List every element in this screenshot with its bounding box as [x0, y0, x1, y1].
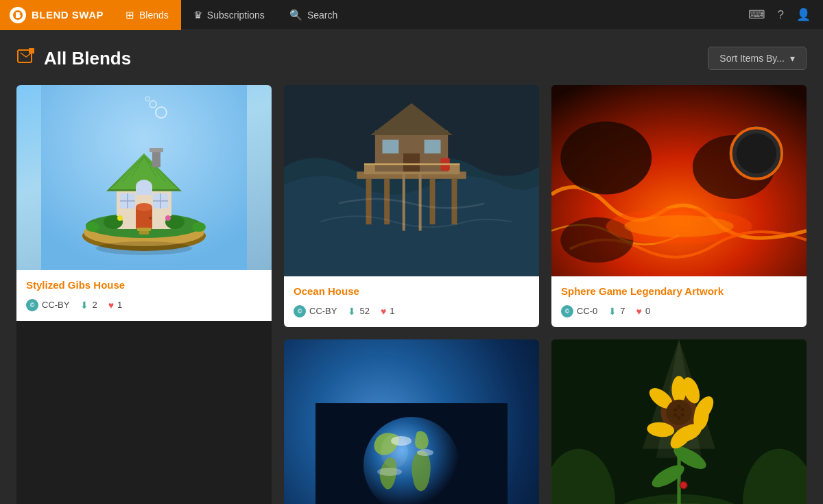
- svg-rect-40: [139, 231, 149, 235]
- card-image-earth: [284, 339, 539, 505]
- svg-rect-48: [419, 167, 422, 231]
- nav-subscriptions-label: Subscriptions: [207, 10, 265, 21]
- card-title-house: Stylized Gibs House: [26, 278, 262, 292]
- svg-point-97: [677, 416, 680, 419]
- likes-sphere: ♥ 0: [636, 306, 651, 317]
- nav-subscriptions[interactable]: ♛ Subscriptions: [181, 0, 277, 30]
- nav-links: ⊞ Blends ♛ Subscriptions 🔍 Search: [113, 0, 736, 30]
- card-title-ocean: Ocean House: [294, 285, 529, 298]
- sort-arrow-icon: ▾: [790, 53, 795, 64]
- card-meta-sphere: © CC-0 ⬇ 7 ♥ 0: [561, 305, 797, 317]
- svg-rect-2: [29, 48, 34, 53]
- page-header: All Blends Sort Items By... ▾: [16, 47, 807, 70]
- heart-icon-sphere: ♥: [636, 306, 642, 317]
- svg-point-36: [117, 215, 123, 221]
- card-image-lava: [551, 85, 807, 276]
- svg-rect-47: [403, 167, 405, 231]
- license-text-house: CC-BY: [42, 300, 69, 310]
- svg-rect-44: [384, 179, 390, 224]
- card-image-sunflower: [551, 339, 807, 505]
- nav-blends-label: Blends: [139, 10, 169, 21]
- likes-ocean: ♥ 1: [381, 306, 395, 317]
- svg-rect-54: [403, 154, 420, 172]
- help-icon[interactable]: ?: [778, 8, 784, 22]
- license-ocean: © CC-BY: [294, 305, 337, 317]
- likes-count-house: 1: [117, 300, 122, 310]
- card-sunflower[interactable]: Sunflower in a Jungle Scene © CC-BY ⬇ 34…: [551, 339, 807, 505]
- downloads-count-sphere: 7: [620, 306, 625, 316]
- likes-count-sphere: 0: [645, 306, 650, 316]
- page-icon: [16, 47, 36, 70]
- svg-point-35: [86, 222, 99, 232]
- sort-label: Sort Items By...: [719, 53, 785, 64]
- heart-icon-house: ♥: [108, 300, 114, 311]
- download-icon-sphere: ⬇: [608, 306, 617, 317]
- svg-point-28: [149, 217, 152, 219]
- svg-point-63: [737, 133, 776, 173]
- svg-point-58: [560, 121, 652, 194]
- cc-icon-house: ©: [26, 299, 38, 311]
- card-meta-house: © CC-BY ⬇ 2 ♥ 1: [26, 299, 262, 311]
- downloads-sphere: ⬇ 7: [608, 306, 625, 317]
- svg-rect-52: [382, 140, 398, 154]
- card-body-sphere: Sphere Game Legendary Artwork © CC-0 ⬇ 7…: [551, 276, 807, 327]
- sort-button[interactable]: Sort Items By... ▾: [708, 47, 807, 70]
- likes-house: ♥ 1: [108, 300, 123, 311]
- svg-point-98: [673, 413, 677, 416]
- svg-point-38: [96, 241, 192, 255]
- heart-icon-ocean: ♥: [381, 306, 386, 317]
- card-body-house: Stylized Gibs House © CC-BY ⬇ 2 ♥ 1: [16, 270, 272, 321]
- card-sphere-game[interactable]: Sphere Game Legendary Artwork © CC-0 ⬇ 7…: [551, 85, 807, 327]
- license-house: © CC-BY: [26, 299, 69, 311]
- downloads-count-ocean: 52: [359, 306, 369, 316]
- card-meta-ocean: © CC-BY ⬇ 52 ♥ 1: [294, 305, 529, 317]
- download-icon-ocean: ⬇: [348, 306, 356, 317]
- main-content: All Blends Sort Items By... ▾: [0, 30, 823, 504]
- svg-point-27: [136, 203, 152, 211]
- license-sphere: © CC-0: [561, 305, 597, 317]
- navbar: BLEND SWAP ⊞ Blends ♛ Subscriptions 🔍 Se…: [0, 0, 823, 30]
- card-image-house: [16, 85, 272, 270]
- downloads-ocean: ⬇ 52: [348, 306, 369, 317]
- license-text-ocean: CC-BY: [309, 306, 337, 316]
- cc-icon-sphere: ©: [561, 305, 573, 317]
- svg-point-96: [681, 413, 684, 416]
- logo-icon: [10, 7, 26, 23]
- card-body-ocean: Ocean House © CC-BY ⬇ 52 ♥ 1: [284, 276, 539, 327]
- nav-right: ⌨ ? 👤: [736, 8, 823, 22]
- svg-point-34: [192, 222, 206, 232]
- license-text-sphere: CC-0: [577, 306, 597, 316]
- downloads-count-house: 2: [92, 300, 97, 310]
- blends-icon: ⊞: [126, 9, 134, 21]
- page-title-wrap: All Blends: [16, 47, 131, 70]
- subscriptions-icon: ♛: [193, 9, 202, 21]
- svg-point-70: [417, 449, 433, 456]
- svg-point-71: [377, 468, 402, 476]
- svg-rect-53: [425, 140, 441, 154]
- svg-point-72: [381, 434, 408, 468]
- download-icon-house: ⬇: [80, 300, 88, 311]
- card-earth[interactable]: [284, 339, 539, 505]
- page-title: All Blends: [44, 48, 131, 69]
- svg-point-37: [165, 215, 171, 221]
- downloads-house: ⬇ 2: [80, 300, 97, 311]
- nav-search[interactable]: 🔍 Search: [277, 0, 350, 30]
- svg-rect-39: [137, 228, 151, 231]
- card-ocean-house[interactable]: Ocean House © CC-BY ⬇ 52 ♥ 1: [284, 85, 539, 327]
- card-title-sphere: Sphere Game Legendary Artwork: [561, 285, 797, 298]
- keyboard-icon[interactable]: ⌨: [748, 8, 765, 22]
- user-icon[interactable]: 👤: [796, 8, 811, 22]
- likes-count-ocean: 1: [390, 306, 394, 316]
- nav-blends[interactable]: ⊞ Blends: [113, 0, 181, 30]
- blends-grid: Stylized Gibs House © CC-BY ⬇ 2 ♥ 1: [16, 85, 807, 504]
- svg-point-93: [673, 407, 677, 411]
- card-stylized-gibs-house[interactable]: Stylized Gibs House © CC-BY ⬇ 2 ♥ 1: [16, 85, 272, 504]
- logo[interactable]: BLEND SWAP: [0, 0, 113, 30]
- svg-rect-45: [430, 179, 436, 224]
- svg-rect-25: [136, 187, 152, 195]
- search-icon: 🔍: [289, 9, 302, 21]
- svg-rect-20: [150, 148, 163, 152]
- nav-search-label: Search: [307, 10, 337, 21]
- svg-rect-19: [152, 150, 160, 167]
- svg-point-95: [681, 407, 684, 411]
